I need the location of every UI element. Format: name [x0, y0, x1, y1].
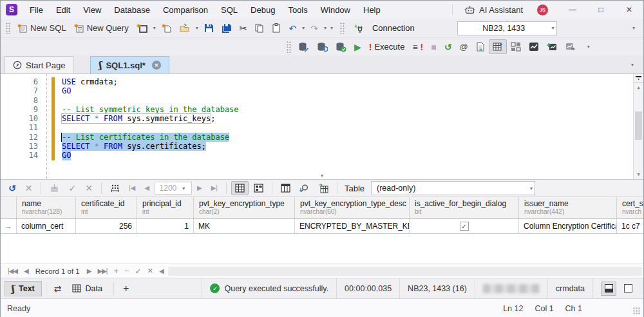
resize-grip[interactable] [633, 307, 640, 314]
redo-button[interactable]: ↷ [307, 21, 322, 35]
grid-discard-button[interactable]: ✕ [81, 181, 97, 195]
editor-line-14[interactable]: 14GO [1, 151, 633, 160]
extra-dropdown[interactable]: ▾ [328, 25, 335, 31]
new-document-button[interactable]: ✱ [133, 21, 151, 36]
grid-import-button[interactable] [46, 181, 63, 195]
grid-cancel-button[interactable]: ✕ [21, 181, 37, 195]
new-connection-button[interactable]: + [350, 21, 368, 36]
record-add-button[interactable]: + [110, 266, 121, 276]
ai-assistant-button[interactable]: AI Assistant [459, 1, 528, 19]
add-tab-button[interactable]: + [118, 283, 134, 294]
tabstrip-dropdown[interactable]: ▾ [629, 62, 636, 68]
copy-button[interactable] [251, 21, 268, 35]
grid-cell-cert_s[interactable]: 1c c7 [617, 219, 644, 233]
grid-cell-issuer_name[interactable]: Column Encryption Certificate [519, 219, 617, 233]
record-accept-button[interactable]: ✓ [132, 267, 144, 276]
chart-button[interactable] [525, 39, 543, 54]
grid-refresh-button[interactable]: ↺ [5, 181, 20, 195]
horizontal-scrollbar[interactable] [168, 267, 642, 276]
connection-combobox[interactable]: NB23, 1433 ▾ [457, 21, 557, 35]
run-button[interactable]: ▶ [350, 40, 365, 54]
hscroll-left-icon[interactable]: ◀ [156, 267, 167, 274]
single-panel-button[interactable] [620, 282, 636, 296]
toolbar1-overflow-dropdown[interactable]: ▾ [630, 25, 637, 31]
grid-apply-button[interactable]: ✓ [64, 181, 80, 195]
record-last-button[interactable]: ▶▶| [94, 267, 110, 274]
record-prev-button[interactable]: ◀ [21, 267, 32, 274]
tab-text[interactable]: ʃ Text [5, 281, 42, 296]
menu-item-tools[interactable]: Tools [282, 3, 313, 17]
redo-dropdown[interactable]: ▾ [322, 25, 328, 31]
grid-view-button[interactable] [231, 181, 249, 195]
grid-column-header-name[interactable]: namenvarchar(128) [17, 197, 76, 218]
record-cancel-button[interactable]: ✕ [144, 267, 156, 275]
splitter-handle[interactable]: ▾ [634, 74, 643, 83]
menu-item-sql[interactable]: SQL [215, 3, 243, 17]
page-first-button[interactable]: |◀ [125, 181, 139, 195]
grid-cell-principal_id[interactable]: 1 [137, 219, 194, 233]
grid-cell-certificate_id[interactable]: 256 [76, 219, 137, 233]
cut-button[interactable]: ✂ [236, 21, 251, 35]
open-file-button[interactable] [175, 21, 194, 35]
editor-vertical-scrollbar[interactable]: ▾ ▲ ▼ [633, 74, 643, 179]
page-size-combobox[interactable]: 1200 ▾ [155, 182, 192, 195]
stop-button[interactable]: ■ [427, 40, 440, 54]
execute-button[interactable]: ! Execute [365, 39, 409, 54]
new-file-button[interactable]: ✱ [158, 21, 175, 36]
toolbar-grip[interactable] [6, 23, 11, 34]
editor-line-6[interactable]: 6USE crmdata; [1, 77, 633, 86]
editor-line-7[interactable]: 7GO [1, 86, 633, 95]
grid-column-header-principal_id[interactable]: principal_idint [137, 197, 194, 218]
menu-item-help[interactable]: Help [357, 3, 386, 17]
record-first-button[interactable]: |◀◀ [5, 267, 21, 274]
grid-column-header-certificate_id[interactable]: certificate_idint [76, 197, 137, 218]
checkbox-checked[interactable]: ✓ [460, 222, 469, 231]
swap-panels-button[interactable]: ⇄ [50, 284, 66, 293]
validate-database-button[interactable] [332, 39, 350, 55]
card-view-button[interactable] [250, 181, 267, 195]
fit-columns-button[interactable] [106, 181, 124, 195]
column-view-button[interactable] [277, 181, 294, 195]
export-chart-button[interactable] [561, 39, 579, 54]
editor-line-9[interactable]: 9-- List symmetric keys in the database [1, 105, 633, 114]
email-results-button[interactable]: @ [455, 40, 471, 54]
export-grid-button[interactable] [314, 181, 332, 196]
script-document-button[interactable] [472, 39, 489, 54]
results-collapse-icon[interactable]: ▾ [321, 173, 323, 178]
grid-column-header-is_active_for_begin_dialog[interactable]: is_active_for_begin_dialogbit [410, 197, 519, 218]
query-history-button[interactable]: ↺ [440, 40, 456, 54]
toolbar2-overflow-dropdown[interactable]: ▾ [585, 44, 592, 50]
add-chart-button[interactable] [543, 39, 561, 54]
record-delete-button[interactable]: − [121, 266, 132, 276]
scroll-down-icon[interactable]: ▼ [634, 170, 643, 179]
menu-item-debug[interactable]: Debug [245, 3, 281, 17]
exec-toolbar-grip[interactable] [287, 41, 292, 53]
save-button[interactable] [200, 21, 218, 35]
editor-line-11[interactable]: 11 [1, 123, 633, 132]
editor-line-10[interactable]: 10SELECT * FROM sys.symmetric_keys; [1, 114, 633, 123]
grid-cell-pvt_key_encryption_type[interactable]: MK [194, 219, 295, 233]
menu-item-comparison[interactable]: Comparison [157, 3, 214, 17]
grid-cell-name[interactable]: column_cert [17, 219, 76, 233]
split-horizontal-button[interactable] [601, 282, 616, 296]
grid-data-row[interactable]: →column_cert2561MKENCRYPTED_BY_MASTER_KE… [1, 219, 643, 234]
menu-item-database[interactable]: Database [108, 3, 156, 17]
menu-item-file[interactable]: File [24, 3, 49, 17]
editor-line-8[interactable]: 8 [1, 96, 633, 105]
menu-item-edit[interactable]: Edit [50, 3, 76, 17]
grid-column-header-pvt_key_encryption_type[interactable]: pvt_key_encryption_typechar(2) [194, 197, 295, 218]
page-last-button[interactable]: ▶| [207, 181, 222, 195]
tab-sql1[interactable]: ʃ SQL1.sql* ✕ [90, 56, 169, 73]
page-prev-button[interactable]: ◀ [140, 181, 153, 195]
menu-item-view[interactable]: View [77, 3, 107, 17]
layout-blocks-button[interactable] [507, 39, 525, 54]
tab-close-icon[interactable]: ✕ [152, 61, 161, 70]
undo-button[interactable]: ↶ [285, 21, 300, 35]
menu-item-window[interactable]: Window [315, 3, 356, 17]
minimize-button[interactable]: — [558, 1, 587, 19]
sql-editor[interactable]: 6USE crmdata;7GO89-- List symmetric keys… [1, 73, 643, 179]
save-all-button[interactable] [218, 21, 236, 36]
grid-cell-is_active_for_begin_dialog[interactable]: ✓ [410, 219, 519, 233]
results-to-grid-button[interactable]: + [489, 39, 507, 54]
grid-column-header-cert_s[interactable]: cert_snvarch [617, 197, 644, 218]
